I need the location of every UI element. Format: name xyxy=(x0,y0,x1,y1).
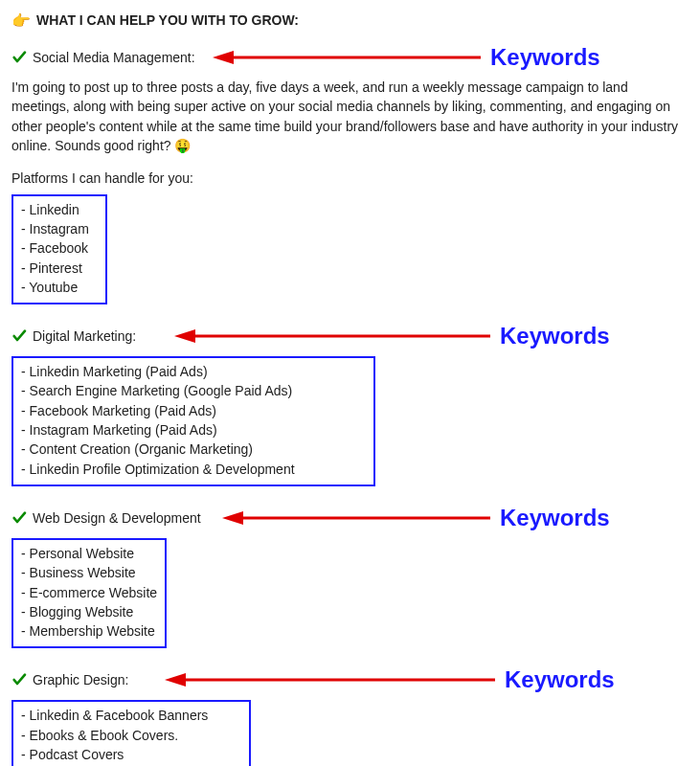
platforms-intro: Platforms I can handle for you: xyxy=(11,169,689,188)
platforms-box: - Linkedin - Instagram - Facebook - Pint… xyxy=(11,194,107,304)
list-item: - Personal Website xyxy=(21,544,157,563)
keywords-annotation: Keywords xyxy=(490,41,600,75)
list-item: - Membership Website xyxy=(21,621,157,641)
section-label: Web Design & Development xyxy=(33,508,201,528)
arrow-icon xyxy=(165,671,495,688)
web-design-box: - Personal Website - Business Website - … xyxy=(11,538,167,648)
section-label: Digital Marketing: xyxy=(33,327,136,346)
keywords-annotation: Keywords xyxy=(500,502,610,535)
graphic-design-box: - Linkedin & Facebook Banners - Ebooks &… xyxy=(11,700,251,766)
digital-marketing-box: - Linkedin Marketing (Paid Ads) - Search… xyxy=(11,356,375,486)
list-item: - Ebooks & Ebook Covers. xyxy=(21,726,241,745)
arrow-icon xyxy=(222,509,490,527)
arrow-icon xyxy=(174,327,490,345)
list-item: - Facebook xyxy=(21,238,98,258)
svg-marker-3 xyxy=(174,329,195,343)
list-item: - Instagram xyxy=(21,219,98,238)
list-item: - Linkedin xyxy=(21,200,98,219)
section-label: Graphic Design: xyxy=(33,670,128,689)
section-heading-graphic-design: Graphic Design: Keywords xyxy=(11,667,689,692)
section-heading-web-design: Web Design & Development Keywords xyxy=(11,506,689,530)
list-item: - E-commerce Website xyxy=(21,583,157,602)
svg-marker-5 xyxy=(222,511,243,525)
section-heading-social-media: Social Media Management: Keywords xyxy=(11,45,689,70)
list-item: - Podcast Covers xyxy=(21,745,241,764)
section-label: Social Media Management: xyxy=(33,48,195,67)
list-item: - Business Website xyxy=(21,563,157,582)
arrow-icon xyxy=(213,49,481,66)
keywords-annotation: Keywords xyxy=(500,320,610,353)
keywords-annotation: Keywords xyxy=(505,664,615,697)
pointing-hand-icon: 👉 xyxy=(11,10,31,32)
list-item: - Content Creation (Organic Marketing) xyxy=(21,439,366,459)
list-item: - Linkedin Profile Optimization & Develo… xyxy=(21,460,366,479)
list-item: - Pinterest xyxy=(21,259,98,278)
page-title: WHAT I CAN HELP YOU WITH TO GROW: xyxy=(36,11,299,30)
section-heading-digital-marketing: Digital Marketing: Keywords xyxy=(11,324,689,349)
list-item: - Youtube xyxy=(21,278,98,297)
check-icon xyxy=(11,672,27,687)
list-item: - Blogging Website xyxy=(21,602,157,621)
check-icon xyxy=(11,328,27,344)
check-icon xyxy=(11,510,27,526)
page-title-row: 👉 WHAT I CAN HELP YOU WITH TO GROW: xyxy=(11,10,689,32)
list-item: - Search Engine Marketing (Google Paid A… xyxy=(21,381,366,400)
svg-marker-1 xyxy=(213,51,234,64)
list-item: - Linkedin Marketing (Paid Ads) xyxy=(21,362,366,381)
svg-marker-7 xyxy=(165,673,186,687)
list-item: - Instagram Marketing (Paid Ads) xyxy=(21,420,366,439)
list-item: - Facebook Marketing (Paid Ads) xyxy=(21,401,366,420)
list-item: - Linkedin & Facebook Banners xyxy=(21,706,241,725)
check-icon xyxy=(11,50,27,65)
description-paragraph: I'm going to post up to three posts a da… xyxy=(11,78,689,155)
